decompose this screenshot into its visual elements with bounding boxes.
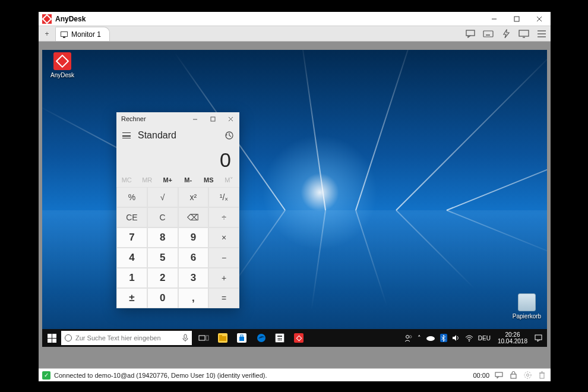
anydesk-new-tab-button[interactable]: + <box>39 27 55 41</box>
anydesk-maximize-button[interactable] <box>505 12 528 26</box>
svg-rect-5 <box>483 31 493 37</box>
key-plus[interactable]: + <box>208 268 239 288</box>
key-negate[interactable]: ± <box>116 288 147 308</box>
svg-point-37 <box>281 340 282 341</box>
svg-rect-26 <box>219 336 226 341</box>
svg-rect-12 <box>519 30 529 36</box>
desktop-icon-recyclebin[interactable]: Papierkorb <box>510 293 543 320</box>
mem-mplus[interactable]: M+ <box>157 173 178 187</box>
taskbar-search[interactable]: Zur Suche Text hier eingeben <box>61 331 192 345</box>
tray-people-icon[interactable] <box>404 334 413 342</box>
microphone-icon[interactable] <box>182 334 188 342</box>
key-backspace[interactable]: ⌫ <box>178 207 209 227</box>
taskbar-clock[interactable]: 20:26 10.04.2018 <box>495 331 530 344</box>
search-placeholder: Zur Suche Text hier eingeben <box>75 334 161 342</box>
taskbar-app-store[interactable] <box>232 329 251 347</box>
key-reciprocal[interactable]: ¹/ₓ <box>208 187 239 207</box>
key-4[interactable]: 4 <box>116 248 147 268</box>
calculator-keypad: % √ x² ¹/ₓ CE C ⌫ ÷ 7 8 9 × 4 5 6 − <box>116 187 239 308</box>
key-5[interactable]: 5 <box>147 248 178 268</box>
chat-icon[interactable] <box>461 26 479 42</box>
menu-icon[interactable] <box>533 26 551 42</box>
svg-point-47 <box>527 374 529 377</box>
taskbar-app-explorer[interactable] <box>213 329 232 347</box>
mem-ms[interactable]: MS <box>198 173 219 187</box>
mem-mc[interactable]: MC <box>116 173 137 187</box>
key-2[interactable]: 2 <box>147 268 178 288</box>
key-9[interactable]: 9 <box>178 227 209 248</box>
key-1[interactable]: 1 <box>116 268 147 288</box>
calculator-titlebar[interactable]: Rechner <box>116 112 239 125</box>
svg-rect-22 <box>184 334 186 339</box>
status-lock-icon[interactable] <box>508 371 519 379</box>
key-6[interactable]: 6 <box>178 248 209 268</box>
tray-volume-icon[interactable] <box>452 334 460 342</box>
remote-desktop[interactable]: AnyDesk Papierkorb Rechner Standard <box>42 50 547 347</box>
svg-point-33 <box>279 338 280 339</box>
tray-chevron-up-icon[interactable]: ˄ <box>418 334 421 342</box>
key-ce[interactable]: CE <box>116 207 147 227</box>
status-chat-icon[interactable] <box>493 372 505 379</box>
desktop-icon-anydesk[interactable]: AnyDesk <box>46 52 79 78</box>
task-view-button[interactable] <box>194 329 213 347</box>
svg-rect-31 <box>277 336 282 337</box>
desktop-icon-label: AnyDesk <box>46 72 79 78</box>
svg-rect-18 <box>211 117 215 121</box>
key-equals[interactable]: = <box>208 288 239 308</box>
tray-notifications-icon[interactable] <box>535 334 542 342</box>
calculator-menu-button[interactable] <box>122 132 131 138</box>
display-icon[interactable] <box>515 26 533 42</box>
anydesk-tab-monitor1[interactable]: Monitor 1 <box>55 27 110 41</box>
calculator-minimize-button[interactable] <box>186 112 204 125</box>
svg-marker-41 <box>453 335 456 341</box>
key-c[interactable]: C <box>147 207 178 227</box>
svg-rect-25 <box>206 336 208 340</box>
tray-language[interactable]: DEU <box>478 335 491 342</box>
taskbar-app-calculator[interactable] <box>270 329 289 347</box>
key-square[interactable]: x² <box>178 187 209 207</box>
start-button[interactable] <box>42 329 61 347</box>
calculator-maximize-button[interactable] <box>204 112 222 125</box>
calculator-close-button[interactable] <box>222 112 239 125</box>
svg-point-32 <box>278 338 279 339</box>
keyboard-icon[interactable] <box>479 26 497 42</box>
svg-rect-44 <box>495 372 502 377</box>
svg-marker-11 <box>504 30 509 38</box>
tray-bluetooth-icon[interactable] <box>440 334 447 342</box>
status-verified-icon: ✓ <box>42 371 50 380</box>
recyclebin-icon <box>518 293 536 311</box>
history-icon[interactable] <box>224 131 233 140</box>
tray-onedrive-icon[interactable] <box>426 335 435 341</box>
remote-taskbar: Zur Suche Text hier eingeben ˄ <box>42 329 547 347</box>
windows-logo-icon <box>48 334 56 343</box>
key-3[interactable]: 3 <box>178 268 209 288</box>
mem-mminus[interactable]: M- <box>178 173 199 187</box>
calculator-window[interactable]: Rechner Standard 0 MC MR M <box>116 112 239 308</box>
anydesk-statusbar: ✓ Connected to demo-10@ad (19420776, Dem… <box>39 368 551 381</box>
taskbar-time: 20:26 <box>498 331 527 338</box>
anydesk-titlebar[interactable]: AnyDesk <box>39 12 551 26</box>
svg-point-36 <box>279 340 280 341</box>
key-decimal[interactable]: , <box>178 288 209 308</box>
key-percent[interactable]: % <box>116 187 147 207</box>
svg-rect-29 <box>241 335 243 337</box>
status-settings-icon[interactable] <box>522 371 533 379</box>
anydesk-close-button[interactable] <box>528 12 551 26</box>
key-divide[interactable]: ÷ <box>208 207 239 227</box>
mem-mr[interactable]: MR <box>137 173 158 187</box>
key-7[interactable]: 7 <box>116 227 147 248</box>
taskbar-app-anydesk[interactable] <box>289 329 308 347</box>
status-trash-icon[interactable] <box>537 371 547 379</box>
mem-mlist[interactable]: M˅ <box>219 173 240 187</box>
anydesk-minimize-button[interactable] <box>483 12 505 26</box>
key-sqrt[interactable]: √ <box>147 187 178 207</box>
svg-point-40 <box>426 336 435 341</box>
key-8[interactable]: 8 <box>147 227 178 248</box>
taskbar-app-edge[interactable] <box>251 329 270 347</box>
tray-wifi-icon[interactable] <box>465 335 473 342</box>
key-0[interactable]: 0 <box>147 288 178 308</box>
calculator-mode[interactable]: Standard <box>138 130 176 141</box>
actions-icon[interactable] <box>497 26 515 42</box>
key-minus[interactable]: − <box>208 248 239 268</box>
key-multiply[interactable]: × <box>208 227 239 248</box>
